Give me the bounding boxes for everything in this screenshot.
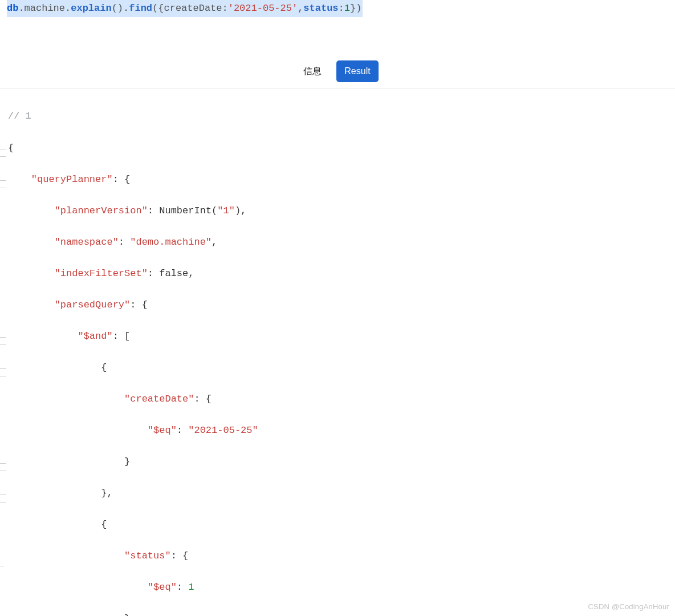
code-brace: { — [8, 143, 14, 153]
fold-toggle-icon[interactable] — [0, 495, 6, 502]
code-key: "$eq" — [148, 425, 177, 436]
code-string: "demo.machine" — [130, 237, 212, 248]
code-brace: { — [101, 519, 107, 530]
code-key: "plannerVersion" — [55, 205, 148, 216]
code-key: "queryPlanner" — [31, 174, 113, 185]
token-field: createDate — [164, 3, 222, 14]
code-block: // 1 { "queryPlanner": { "plannerVersion… — [8, 93, 675, 616]
token-dot: . — [18, 3, 24, 14]
watermark-text: CSDN @CodingAnHour — [588, 601, 669, 613]
code-colon: : — [119, 237, 130, 248]
code-brace: }, — [101, 488, 112, 499]
tab-info[interactable]: 信息 — [296, 60, 328, 82]
code-key: "$and" — [78, 331, 112, 342]
token-paren: () — [112, 3, 123, 14]
code-punct: : { — [113, 174, 131, 185]
code-key: "namespace" — [55, 237, 119, 248]
token-collection: machine — [25, 3, 65, 14]
code-key: "status" — [124, 550, 171, 561]
fold-toggle-icon[interactable] — [0, 149, 6, 157]
fold-toggle-icon[interactable] — [0, 180, 6, 188]
code-punct: : { — [130, 299, 148, 310]
token-number: 1 — [344, 3, 350, 14]
code-comma: , — [188, 268, 194, 279]
code-brace: } — [124, 456, 130, 467]
fold-guide-icon — [0, 566, 4, 566]
code-punct: : { — [171, 550, 189, 561]
code-key: "indexFilterSet" — [55, 268, 148, 279]
token-brace: { — [158, 3, 164, 14]
code-string: "2021-05-25" — [188, 425, 258, 436]
code-key: "$eq" — [148, 582, 177, 593]
code-plain: ), — [235, 205, 246, 216]
code-brace: } — [124, 613, 130, 616]
code-number: 1 — [188, 582, 194, 593]
query-input-row: db.machine.explain().find({createDate:'2… — [0, 0, 675, 17]
code-plain: : NumberInt( — [148, 205, 217, 216]
result-viewer[interactable]: // 1 { "queryPlanner": { "plannerVersion… — [0, 88, 675, 616]
code-colon: : — [177, 425, 188, 436]
tab-result[interactable]: Result — [336, 60, 378, 82]
token-comma: , — [298, 3, 303, 14]
token-string: '2021-05-25' — [228, 3, 298, 14]
token-paren: ) — [356, 3, 361, 14]
token-find: find — [129, 3, 152, 14]
code-key: "createDate" — [124, 394, 194, 404]
code-punct: : { — [194, 394, 212, 404]
tabs-row: 信息 Result — [0, 60, 675, 88]
token-dot: . — [123, 3, 129, 14]
token-colon: : — [339, 3, 344, 14]
code-punct: : [ — [113, 331, 131, 342]
fold-toggle-icon[interactable] — [0, 337, 6, 345]
code-bool: false — [159, 268, 188, 279]
code-colon: : — [177, 582, 188, 593]
fold-toggle-icon[interactable] — [0, 368, 6, 376]
code-colon: : — [148, 268, 159, 279]
code-comment: // 1 — [8, 111, 31, 121]
token-colon: : — [222, 3, 228, 14]
token-explain: explain — [71, 3, 111, 14]
token-dot: . — [65, 3, 71, 14]
code-string: "1" — [217, 205, 235, 216]
code-brace: { — [101, 362, 107, 373]
token-db: db — [7, 3, 18, 14]
code-comma: , — [212, 237, 217, 248]
token-field: status — [303, 3, 338, 14]
token-brace: } — [350, 3, 356, 14]
code-key: "parsedQuery" — [55, 299, 131, 310]
query-text[interactable]: db.machine.explain().find({createDate:'2… — [7, 0, 363, 17]
fold-toggle-icon[interactable] — [0, 463, 6, 471]
token-paren: ( — [152, 3, 158, 14]
